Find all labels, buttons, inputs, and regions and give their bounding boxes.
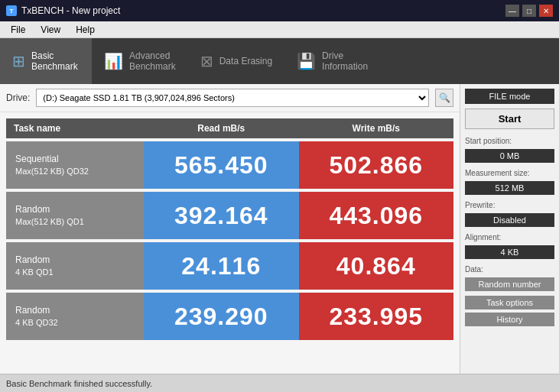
- tab-drive-label: DriveInformation: [322, 50, 368, 73]
- col-write: Write mB/s: [299, 118, 454, 138]
- app-icon: T: [6, 5, 17, 16]
- row-read-1: 565.450: [144, 141, 299, 189]
- minimize-button[interactable]: —: [505, 5, 519, 17]
- tab-drive-information[interactable]: 💾 DriveInformation: [284, 38, 380, 84]
- basic-benchmark-icon: ⊞: [12, 52, 25, 70]
- close-button[interactable]: ✕: [539, 5, 553, 17]
- tab-basic-label: BasicBenchmark: [31, 50, 78, 73]
- setting-label-alignment: Alignment:: [465, 233, 554, 241]
- row-label-random-512: Random Max(512 KB) QD1: [6, 192, 144, 239]
- main-area: Drive: (D:) Seagate SSD 1.81 TB (3,907,0…: [0, 84, 559, 374]
- row-label-random-4kb-qd1: Random 4 KB QD1: [6, 242, 144, 290]
- start-button[interactable]: Start: [465, 109, 554, 129]
- drive-label: Drive:: [6, 92, 30, 103]
- table-row: Random 4 KB QD32 239.290 233.995: [6, 293, 453, 340]
- menu-view[interactable]: View: [34, 23, 67, 37]
- drive-refresh-button[interactable]: 🔍: [435, 89, 453, 107]
- row-read-2: 392.164: [144, 192, 299, 239]
- window-title: TxBENCH - New project: [21, 5, 120, 16]
- setting-value-prewrite: Disabled: [465, 213, 554, 227]
- setting-label-data: Data:: [465, 265, 554, 274]
- setting-value-measure-size: 512 MB: [465, 181, 554, 195]
- row-label-main-1: Sequential: [15, 153, 59, 166]
- menu-bar: File View Help: [0, 21, 559, 38]
- history-button[interactable]: History: [465, 313, 554, 326]
- tab-basic-benchmark[interactable]: ⊞ BasicBenchmark: [0, 38, 92, 84]
- setting-value-start-pos: 0 MB: [465, 149, 554, 163]
- right-panel: FILE mode Start Start position: 0 MB Mea…: [460, 84, 559, 374]
- table-header: Task name Read mB/s Write mB/s: [6, 118, 453, 138]
- maximize-button[interactable]: □: [522, 5, 536, 17]
- row-label-sequential: Sequential Max(512 KB) QD32: [6, 141, 144, 189]
- row-label-sub-4: 4 KB QD32: [15, 317, 58, 329]
- advanced-benchmark-icon: 📊: [104, 52, 123, 70]
- title-bar-left: T TxBENCH - New project: [6, 5, 120, 16]
- menu-help[interactable]: Help: [70, 23, 101, 37]
- menu-file[interactable]: File: [5, 23, 31, 37]
- title-bar: T TxBENCH - New project — □ ✕: [0, 0, 559, 21]
- col-task-name: Task name: [6, 118, 144, 138]
- row-label-sub-2: Max(512 KB) QD1: [15, 216, 84, 228]
- setting-label-prewrite: Prewrite:: [465, 201, 554, 209]
- row-label-sub-3: 4 KB QD1: [15, 267, 54, 278]
- left-panel: Drive: (D:) Seagate SSD 1.81 TB (3,907,0…: [0, 84, 460, 374]
- tab-advanced-benchmark[interactable]: 📊 AdvancedBenchmark: [92, 38, 188, 84]
- row-read-3: 24.116: [144, 242, 299, 290]
- row-write-1: 502.866: [299, 141, 454, 189]
- row-label-main-2: Random: [15, 203, 50, 216]
- setting-value-alignment: 4 KB: [465, 245, 554, 259]
- table-row: Random 4 KB QD1 24.116 40.864: [6, 242, 453, 290]
- row-label-random-4kb-qd32: Random 4 KB QD32: [6, 293, 144, 340]
- tab-advanced-label: AdvancedBenchmark: [129, 50, 176, 73]
- toolbar: ⊞ BasicBenchmark 📊 AdvancedBenchmark ⊠ D…: [0, 38, 559, 84]
- row-write-4: 233.995: [299, 293, 454, 340]
- table-row: Sequential Max(512 KB) QD32 565.450 502.…: [6, 141, 453, 189]
- row-label-main-4: Random: [15, 304, 50, 317]
- tab-erasing-label: Data Erasing: [219, 56, 272, 66]
- setting-label-measure-size: Measurement size:: [465, 169, 554, 177]
- file-mode-button[interactable]: FILE mode: [465, 89, 554, 104]
- drive-select[interactable]: (D:) Seagate SSD 1.81 TB (3,907,024,896 …: [36, 89, 429, 107]
- row-write-2: 443.096: [299, 192, 454, 239]
- results-table: Task name Read mB/s Write mB/s Sequentia…: [0, 112, 460, 374]
- tab-data-erasing[interactable]: ⊠ Data Erasing: [188, 38, 284, 84]
- setting-label-start-pos: Start position:: [465, 137, 554, 145]
- status-text: Basic Benchmark finished successfully.: [6, 379, 152, 388]
- title-bar-controls: — □ ✕: [505, 5, 553, 17]
- row-write-3: 40.864: [299, 242, 454, 290]
- setting-value-data: Random number: [465, 277, 554, 291]
- status-bar: Basic Benchmark finished successfully.: [0, 374, 559, 392]
- drive-information-icon: 💾: [297, 52, 316, 70]
- data-erasing-icon: ⊠: [200, 52, 213, 70]
- row-label-sub-1: Max(512 KB) QD32: [15, 166, 89, 177]
- col-read: Read mB/s: [144, 118, 299, 138]
- drive-bar: Drive: (D:) Seagate SSD 1.81 TB (3,907,0…: [0, 84, 460, 112]
- task-options-button[interactable]: Task options: [465, 296, 554, 309]
- table-row: Random Max(512 KB) QD1 392.164 443.096: [6, 192, 453, 239]
- row-read-4: 239.290: [144, 293, 299, 340]
- row-label-main-3: Random: [15, 254, 50, 267]
